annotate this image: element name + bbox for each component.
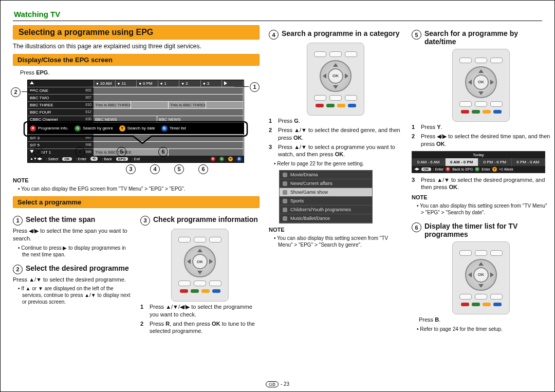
remote-graphic-y: OK <box>452 49 510 122</box>
column-left: Selecting a programme using EPG The illu… <box>13 25 260 337</box>
step5-list: 1Press Y. 2Press ◀/▶ to select the desir… <box>412 123 550 148</box>
step6-title: 6Display the timer list for TV programme… <box>412 222 550 238</box>
press-epg-line: Press EPG. <box>20 69 260 77</box>
section-banner: Selecting a programme using EPG <box>13 25 260 40</box>
column-right: 5Search for a programme by date/time OK … <box>412 25 550 332</box>
step5-title: 5Search for a programme by date/time <box>412 29 550 46</box>
step4-list: 1Press G. 2Press ▲/▼ to select the desir… <box>269 117 402 158</box>
step1-bullet: • Continue to press ▶ to display program… <box>18 245 132 258</box>
step1-title: 1Select the time span <box>13 215 132 226</box>
manual-page: Watching TV Selecting a programme using … <box>0 0 555 392</box>
breadcrumb: Watching TV <box>14 10 542 18</box>
remote-graphic-g: OK <box>307 43 364 116</box>
step6-press: Press B. <box>419 316 550 324</box>
step2-title: 2Select the desired programme <box>13 264 132 274</box>
column-mid: 4Search a programme in a category OK 1Pr… <box>269 25 402 248</box>
callouts-lower: 3 4 5 6 <box>75 164 260 174</box>
step2-body: Press ▲/▼ to select the desired programm… <box>13 276 132 284</box>
step4-note: • You can also display this setting scre… <box>274 235 402 248</box>
step4-title: 4Search a programme in a category <box>269 29 402 40</box>
time-strip: Today 0 AM - 6 AM 6 AM - 0 PM 0 PM - 6 P… <box>412 151 545 173</box>
note-label: NOTE <box>412 194 550 200</box>
divider <box>13 21 542 21</box>
step6-bullet: • Refer to page 24 for the timer setup. <box>417 326 550 332</box>
step2-bullet: • If ▲ or ▼ are displayed on the left of… <box>18 285 132 305</box>
step3-list: 1Press ▲/▼/◀/▶ to select the programme y… <box>140 303 260 335</box>
remote-graphic-b: OK <box>452 241 510 314</box>
step-3-column: 3Check programme information OK 1Press ▲… <box>140 211 260 337</box>
intro-text: The illustrations on this page are expla… <box>13 43 260 50</box>
step-1-2-column: 1Select the time span Press ◀/▶ to selec… <box>13 211 132 337</box>
sub-banner-display: Display/Close the EPG screen <box>13 54 260 66</box>
note-epg-path: • You can also display the EPG screen fr… <box>18 185 260 192</box>
step1-body: Press ◀/▶ to select the time span you wa… <box>13 227 132 242</box>
genre-menu: Movie/Drama News/Current affairs Show/Ga… <box>279 170 373 223</box>
note-label: NOTE <box>13 177 260 183</box>
step5-note: • You can also display this setting scre… <box>417 202 550 216</box>
step4-bullet: • Refer to page 22 for the genre setting… <box>274 160 402 167</box>
step3-title: 3Check programme information <box>140 215 260 226</box>
sub-banner-select: Select a programme <box>13 196 260 208</box>
page-footer: GB- 23 <box>1 381 554 387</box>
note-label: NOTE <box>269 227 402 233</box>
epg-colorbar: RProgramme info. GSearch by genre YSearc… <box>28 123 244 134</box>
step5-list-cont: 3Press ▲/▼ to select the desired program… <box>412 176 550 192</box>
epg-illustration: 1 2 ●10 AM ●11 ●0 PM ●1 ●2 ●3 BBC ONE802… <box>13 80 260 163</box>
remote-graphic-r: OK <box>171 229 229 302</box>
